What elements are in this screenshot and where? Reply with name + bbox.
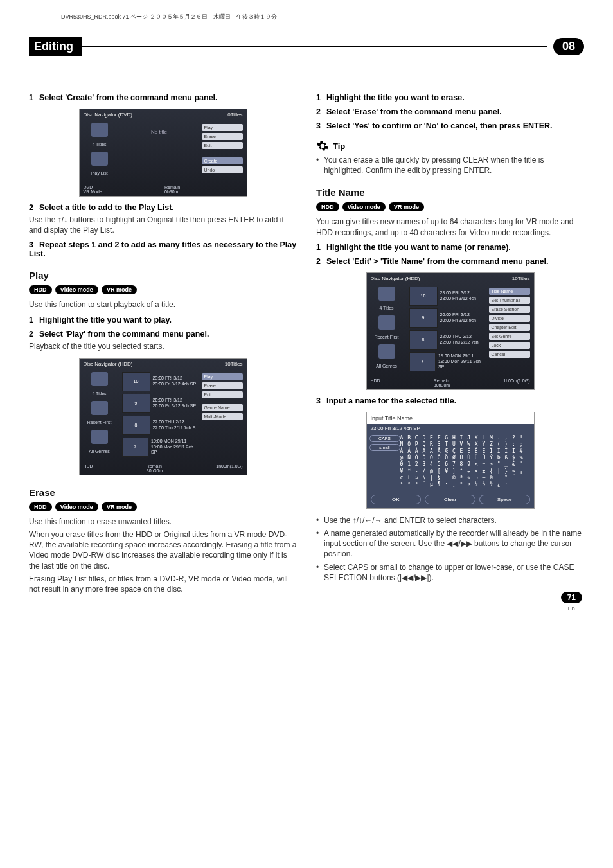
step: 1Select 'Create' from the command menu p…	[29, 93, 297, 102]
step-text: Select a title to add to the Play List.	[39, 203, 174, 212]
row-line: 19:00 MON 29/11	[438, 353, 484, 359]
step: 1Highlight the title you want to erase.	[316, 93, 584, 102]
row-line: 22:00 THU 2/12	[440, 334, 479, 339]
step: 1Highlight the title you want to play.	[29, 315, 297, 324]
thumb: 10	[409, 287, 438, 306]
step-text: Select 'Play' from the command menu pane…	[39, 330, 209, 339]
kbd-row: ¢ £ ¤ \ | § ¨ © ª « ¬ – ® ¯ ° ´	[400, 475, 531, 481]
menu-item: Erase	[202, 133, 243, 140]
divider	[82, 46, 547, 47]
book-header: DVR530HS_RDR.book 71 ページ ２００５年５月２６日 木曜日 …	[61, 13, 584, 21]
sc-remain: Remain 0h30m	[164, 185, 180, 194]
recent-icon	[91, 401, 108, 415]
play-heading: Play	[29, 270, 297, 281]
kbd-small: small	[369, 444, 400, 451]
step-text: Input a name for the selected title.	[326, 396, 456, 405]
row-line: 22:00 Thu 2/12 7ch	[440, 340, 479, 345]
badge-vr: VR mode	[389, 202, 424, 211]
step: 2Select a title to add to the Play List.	[29, 203, 297, 212]
mode-badges: HDD Video mode VR mode	[29, 285, 297, 294]
mode-badges: HDD Video mode VR mode	[316, 202, 584, 211]
row-line: 23:00 Fri 3/12 4ch SP	[153, 382, 197, 387]
bullet: Select CAPS or small to change to upper …	[316, 562, 584, 583]
row-line: 20:00 FRI 3/12	[440, 312, 476, 317]
kbd-space: Space	[479, 495, 530, 504]
menu-item: Play	[202, 124, 243, 131]
bullet: Use the ↑/↓/←/→ and ENTER to select char…	[316, 515, 584, 526]
body-text: You can give titles new names of up to 6…	[316, 217, 584, 237]
step-text: Select 'Erase' from the command menu pan…	[326, 107, 502, 116]
sc-size: 1h00m(1.0G)	[503, 378, 529, 387]
thumb: 9	[122, 394, 150, 413]
screenshot-disc-navigator-hdd: Disc Navigator (HDD) 10Titles 4 Titles R…	[79, 358, 247, 475]
row-line: 19:00 Mon 29/11 2ch SP	[438, 359, 484, 370]
row-line: 20:00 FRI 3/12	[153, 398, 197, 403]
step: 3Select 'Yes' to confirm or 'No' to canc…	[316, 121, 584, 130]
menu-item: Edit	[202, 391, 243, 398]
menu-item: Edit	[202, 142, 243, 149]
screenshot-disc-navigator-dvd: Disc Navigator (DVD) 0Titles 4 Titles Pl…	[79, 109, 247, 197]
titlename-heading: Title Name	[316, 187, 584, 198]
chapter-badge: 08	[553, 38, 584, 55]
row-line: 19:00 Mon 29/11 2ch SP	[151, 445, 197, 456]
row-line: 22:00 THU 2/12	[153, 420, 196, 425]
menu-item: Set Genre	[489, 333, 530, 340]
bullet: A name generated automatically by the re…	[316, 528, 584, 560]
step-text: Highlight the title you want to play.	[39, 315, 172, 324]
thumb: 7	[409, 352, 436, 371]
sc-side-label: Play List	[91, 171, 107, 175]
sc-side-label: All Genres	[376, 364, 397, 368]
step-text: Select 'Edit' > 'Title Name' from the co…	[326, 257, 548, 266]
sc-side-label: Recent First	[87, 420, 112, 425]
sc-title: Disc Navigator (HDD)	[84, 361, 133, 367]
sc-mode: HDD	[84, 464, 93, 473]
body-text: Use this function to start playback of a…	[29, 299, 297, 310]
kbd-caps: CAPS	[369, 435, 400, 442]
menu-item: Multi-Mode	[202, 413, 243, 420]
titles-icon	[91, 372, 108, 386]
tip-body: You can erase a title quickly by pressin…	[316, 155, 584, 175]
kbd-row: ¹ ² ³ ´ µ ¶ · ¸ º » ¼ ½ ¾ ¿ ·	[400, 481, 531, 488]
step-text: Highlight the title you want to erase.	[326, 93, 465, 102]
step: 2Select 'Edit' > 'Title Name' from the c…	[316, 257, 584, 266]
page-lang: En	[568, 605, 575, 612]
mode-badges: HDD Video mode VR mode	[29, 502, 297, 511]
thumb: 10	[122, 372, 150, 391]
menu-item: Undo	[202, 166, 243, 173]
screenshot-edit-titlename: Disc Navigator (HDD) 10Titles 4 Titles R…	[366, 272, 535, 390]
right-column: 1Highlight the title you want to erase. …	[316, 88, 584, 597]
menu-item: Cancel	[489, 351, 530, 358]
menu-item: Chapter Edit	[489, 324, 530, 331]
step: 2Select 'Erase' from the command menu pa…	[316, 107, 584, 116]
kbd-row: @ Ñ Ò Ó Ô Õ Ö Ø Ù Ú Û Ü Ý Þ ß $ %	[400, 455, 531, 461]
menu-item: Genre Name	[202, 404, 243, 411]
badge-vr: VR mode	[102, 502, 137, 511]
section-bar: Editing 08	[29, 37, 584, 56]
genres-icon	[378, 344, 395, 359]
thumb: 7	[122, 438, 149, 457]
playlist-icon	[91, 152, 108, 166]
sc-side-label: 4 Titles	[92, 142, 106, 146]
sc-mode: DVD VR Mode	[84, 185, 102, 194]
sc-side-label: All Genres	[89, 449, 110, 454]
kbd-chars: A B C D E F G H I J K L M . , ? ! N O P …	[400, 435, 531, 488]
page-number: 71 En	[561, 592, 582, 612]
gear-icon	[316, 139, 329, 152]
step-text: Select 'Yes' to confirm or 'No' to cance…	[326, 121, 553, 130]
step: 3Input a name for the selected title.	[316, 396, 584, 405]
menu-item: Divide	[489, 315, 530, 322]
left-column: 1Select 'Create' from the command menu p…	[29, 88, 297, 597]
genres-icon	[91, 430, 108, 444]
step: 2Select 'Play' from the command menu pan…	[29, 330, 297, 339]
row-line: 20:00 Fri 3/12 9ch SP	[153, 403, 197, 409]
menu-item-play: Play	[202, 373, 243, 380]
step: 3Repeat steps 1 and 2 to add as many tit…	[29, 240, 297, 258]
thumb: 8	[122, 416, 150, 435]
kbd-row: À Á Â Ã Ä Å Æ Ç È É Ê Ë Ì Í Î Ï #	[400, 448, 531, 455]
sc-side-label: 4 Titles	[379, 306, 393, 310]
badge-vr: VR mode	[102, 285, 137, 294]
menu-item: Set Thumbnail	[489, 297, 530, 304]
body-text: Playback of the title you selected start…	[29, 341, 297, 351]
kbd-clear: Clear	[425, 495, 475, 504]
badge-video: Video mode	[55, 502, 98, 511]
